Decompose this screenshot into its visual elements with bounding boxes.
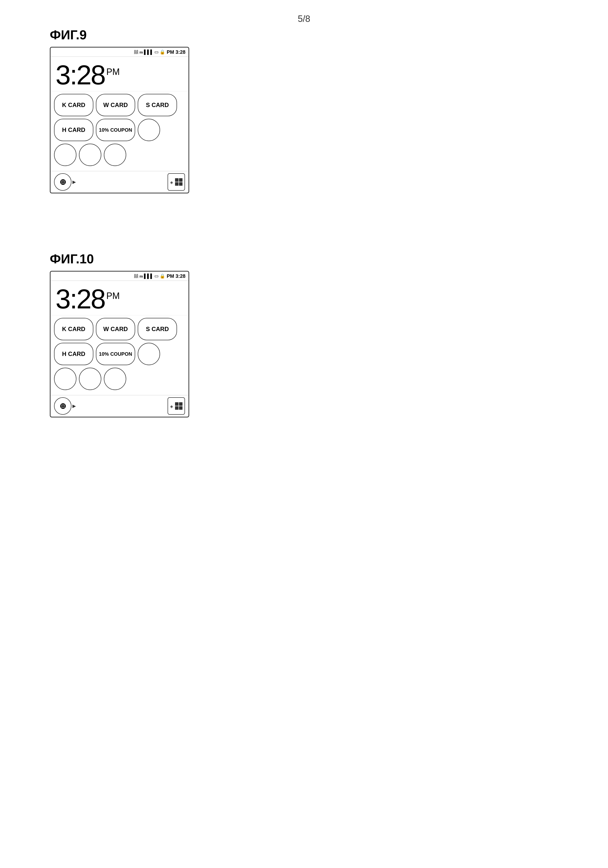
grid-icon: ◈ (170, 178, 183, 186)
fig9-clock-display: 3:28PM (51, 57, 188, 91)
fig10-status-icons: 囍 ᵯ ▌▌▌ ▭ 🔒 (134, 273, 165, 279)
fig10-clock-time: 3:28PM (56, 284, 120, 314)
fig9-clock-ampm: PM (106, 67, 120, 77)
bars-icon: ▌▌▌ (144, 274, 154, 279)
fig10-row-2: H CARD 10% COUPON (54, 343, 185, 365)
fig10-clock-ampm: PM (106, 291, 120, 301)
fig9-bottom-bar: ⊕ ▶ ◈ (51, 171, 188, 193)
fig10-empty-circle-1[interactable] (138, 343, 160, 365)
battery-icon: ▭ (154, 49, 158, 55)
fig9-w-card-button[interactable]: W CARD (96, 94, 135, 116)
fig9-bottom-left: ⊕ ▶ (54, 173, 76, 191)
lock-icon: 🔒 (160, 49, 165, 55)
fig10-bottom-bar: ⊕ ▶ ◈ (51, 395, 188, 417)
fig9-coupon-button[interactable]: 10% COUPON (96, 119, 135, 141)
fig9-empty-circle-2[interactable] (54, 144, 76, 166)
fig9-empty-circle-1[interactable] (138, 119, 160, 141)
fig10-bottom-left: ⊕ ▶ (54, 397, 76, 415)
fig9-s-card-button[interactable]: S CARD (138, 94, 177, 116)
fig10-button-grid: K CARD W CARD S CARD H CARD 10% COUPON (51, 315, 188, 395)
wifi-icon: 囍 (134, 273, 138, 279)
fig9-row-1: K CARD W CARD S CARD (54, 94, 185, 116)
fig10-phone-frame: 囍 ᵯ ▌▌▌ ▭ 🔒 PM 3:28 3:28PM K CARD W CARD… (50, 271, 189, 417)
fig9-status-bar: 囍 ᵯ ▌▌▌ ▭ 🔒 PM 3:28 (51, 48, 188, 57)
fig10-coupon-button[interactable]: 10% COUPON (96, 343, 135, 365)
fig9-k-card-button[interactable]: K CARD (54, 94, 93, 116)
figure-10-container: ФИГ.10 囍 ᵯ ▌▌▌ ▭ 🔒 PM 3:28 3:28PM K CARD (50, 251, 189, 417)
fig9-empty-circle-4[interactable] (104, 144, 126, 166)
fig10-empty-circle-4[interactable] (104, 368, 126, 390)
fig10-clock-display: 3:28PM (51, 281, 188, 315)
battery-icon: ▭ (154, 273, 158, 279)
fig10-grid-button[interactable]: ◈ (168, 397, 185, 415)
fig10-empty-circle-3[interactable] (79, 368, 101, 390)
plus-icon: ⊕ (59, 177, 66, 187)
fig9-play-icon: ▶ (73, 179, 76, 185)
fig9-button-grid: K CARD W CARD S CARD H CARD 10% COUPON (51, 91, 188, 171)
fig9-status-time: PM 3:28 (167, 49, 186, 55)
fig9-row-3 (54, 144, 185, 166)
lock-icon: 🔒 (160, 273, 165, 279)
fig10-w-card-button[interactable]: W CARD (96, 318, 135, 340)
fig9-status-icons: 囍 ᵯ ▌▌▌ ▭ 🔒 (134, 49, 165, 55)
signal-icon: ᵯ (140, 274, 143, 279)
fig10-row-3 (54, 368, 185, 390)
fig10-row-1: K CARD W CARD S CARD (54, 318, 185, 340)
page-number: 5/8 (298, 14, 310, 24)
fig10-label: ФИГ.10 (50, 251, 189, 267)
fig10-s-card-button[interactable]: S CARD (138, 318, 177, 340)
grid-icon: ◈ (170, 402, 183, 410)
fig9-empty-circle-3[interactable] (79, 144, 101, 166)
fig9-label: ФИГ.9 (50, 27, 189, 42)
wifi-icon: 囍 (134, 49, 138, 55)
fig9-add-button[interactable]: ⊕ (54, 173, 71, 191)
fig9-phone-frame: 囍 ᵯ ▌▌▌ ▭ 🔒 PM 3:28 3:28PM K CARD W CARD… (50, 47, 189, 194)
fig10-status-time: PM 3:28 (167, 273, 186, 279)
fig9-clock-time: 3:28PM (56, 59, 120, 90)
signal-icon: ᵯ (140, 50, 143, 55)
bars-icon: ▌▌▌ (144, 50, 154, 55)
fig10-k-card-button[interactable]: K CARD (54, 318, 93, 340)
fig9-row-2: H CARD 10% COUPON (54, 119, 185, 141)
figure-9-container: ФИГ.9 囍 ᵯ ▌▌▌ ▭ 🔒 PM 3:28 3:28PM K CARD … (50, 27, 189, 194)
plus-icon: ⊕ (59, 401, 66, 411)
fig10-empty-circle-2[interactable] (54, 368, 76, 390)
fig10-add-button[interactable]: ⊕ (54, 397, 71, 415)
fig10-status-bar: 囍 ᵯ ▌▌▌ ▭ 🔒 PM 3:28 (51, 271, 188, 281)
fig10-play-icon: ▶ (73, 403, 76, 409)
fig9-h-card-button[interactable]: H CARD (54, 119, 93, 141)
fig10-h-card-button[interactable]: H CARD (54, 343, 93, 365)
fig9-grid-button[interactable]: ◈ (168, 173, 185, 191)
